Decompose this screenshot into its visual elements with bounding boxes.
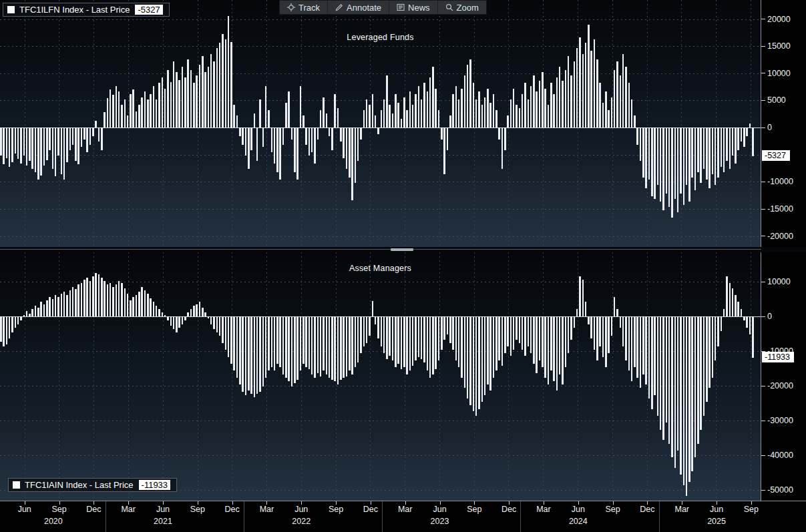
news-button[interactable]: News <box>389 1 438 14</box>
bar <box>216 48 218 127</box>
bar <box>219 316 221 336</box>
chart-window: Leveraged Funds TFC1ILFN Index - Last Pr… <box>0 0 806 532</box>
year-separator <box>520 501 521 532</box>
bar <box>86 278 88 316</box>
annotate-button[interactable]: Annotate <box>328 1 389 14</box>
zoom-button[interactable]: Zoom <box>438 1 486 14</box>
bar <box>245 127 247 156</box>
bar <box>519 316 521 343</box>
bar <box>732 127 734 156</box>
panel-divider-handle[interactable] <box>391 248 413 251</box>
bar <box>418 316 420 356</box>
x-tick-label: Mar <box>398 505 413 514</box>
bar <box>26 311 28 316</box>
bar <box>274 316 276 370</box>
bar <box>75 127 77 161</box>
bar <box>202 308 204 317</box>
chart-plot-leveraged-funds[interactable]: Leveraged Funds TFC1ILFN Index - Last Pr… <box>0 0 761 247</box>
legend-asset-managers[interactable]: TFC1IAIN Index - Last Price -11933 <box>8 478 177 492</box>
bar <box>274 127 276 164</box>
bar <box>449 316 451 343</box>
bar <box>300 86 302 127</box>
bar <box>645 127 647 188</box>
bar <box>556 77 558 127</box>
bar <box>202 56 204 127</box>
bar <box>495 316 497 370</box>
bar <box>752 127 754 156</box>
bar <box>576 309 578 316</box>
y-tick-label: -10000 <box>761 176 793 187</box>
bar <box>147 99 149 127</box>
horizontal-gridline <box>0 73 761 74</box>
bar <box>683 127 685 205</box>
bar <box>640 127 642 161</box>
bar <box>49 127 51 150</box>
bar <box>366 99 368 127</box>
bar <box>574 61 576 127</box>
bar <box>43 127 45 166</box>
bar <box>723 309 725 316</box>
bar <box>574 316 576 328</box>
bar <box>72 287 74 317</box>
bar <box>63 292 65 317</box>
bar <box>43 304 45 317</box>
bar <box>309 127 311 156</box>
bar <box>469 316 471 405</box>
bar <box>590 51 592 128</box>
bar <box>173 61 175 127</box>
bar <box>15 316 17 328</box>
bar <box>467 65 469 127</box>
series-swatch <box>7 6 15 13</box>
bar <box>320 110 322 127</box>
bar <box>66 295 68 316</box>
bar <box>666 127 668 194</box>
bar <box>539 81 541 127</box>
bar <box>164 315 166 316</box>
bar <box>438 110 440 127</box>
bar <box>680 127 682 194</box>
bar <box>737 127 739 150</box>
bar <box>75 289 77 317</box>
bar <box>190 70 192 127</box>
legend-text: TFC1ILFN Index - Last Price <box>19 5 130 15</box>
bar <box>441 127 443 140</box>
bar <box>421 99 423 127</box>
bar <box>254 316 256 397</box>
bar <box>303 316 305 364</box>
bar <box>530 86 532 127</box>
bar <box>516 316 518 339</box>
x-tick-label: Sep <box>467 505 481 514</box>
bar <box>703 127 705 169</box>
bar <box>136 111 138 127</box>
bar <box>150 94 152 127</box>
bar <box>66 127 68 162</box>
bar <box>254 113 256 127</box>
bar <box>279 316 281 367</box>
bar <box>729 283 731 316</box>
x-tick-label: Sep <box>605 505 620 514</box>
x-year-label: 2020 <box>44 517 63 526</box>
bar <box>585 43 587 127</box>
bar <box>81 283 83 316</box>
bar <box>401 316 403 369</box>
bar <box>737 302 739 316</box>
track-button[interactable]: Track <box>280 1 328 14</box>
bar <box>112 95 114 127</box>
bar <box>239 316 241 384</box>
bar <box>550 83 552 127</box>
bar <box>620 75 622 127</box>
bar <box>230 42 232 128</box>
bar <box>182 316 184 324</box>
bar <box>311 316 313 374</box>
chart-plot-asset-managers[interactable]: Asset Managers TFC1IAIN Index - Last Pri… <box>0 252 761 501</box>
bar <box>458 99 460 127</box>
bar <box>0 127 2 156</box>
bar <box>458 316 460 367</box>
bar <box>493 316 495 378</box>
bar <box>178 80 180 128</box>
panel-title-asset-managers: Asset Managers <box>0 264 761 273</box>
bar <box>582 54 584 128</box>
legend-leveraged-funds[interactable]: TFC1ILFN Index - Last Price -5327 <box>3 3 170 17</box>
bar <box>662 127 664 210</box>
bar <box>262 316 264 386</box>
